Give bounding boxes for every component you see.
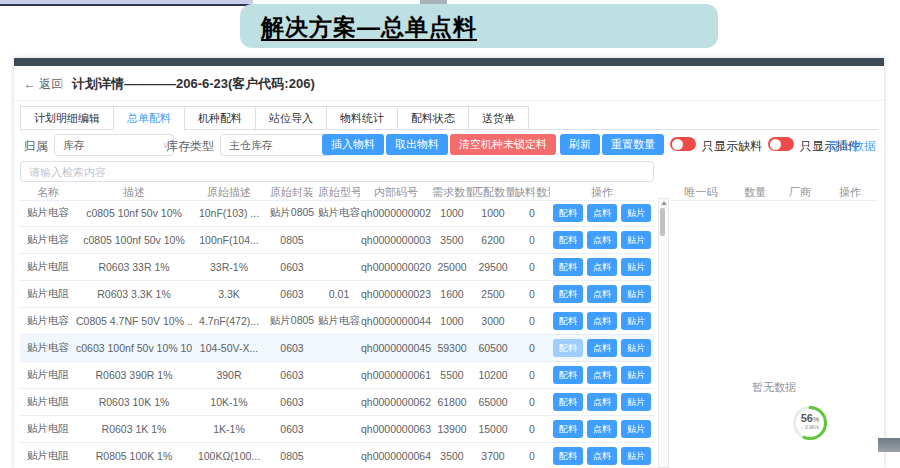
table-row[interactable]: 贴片电阻R0603 1K 1%1K-1%0603qh00000000631390… [20,416,654,443]
tab-2[interactable]: 机种配料 [184,106,255,129]
cell-desc: R0603 3.3K 1% [76,288,192,300]
owner-select[interactable]: 库存 ∨ [54,134,174,156]
cell-orig_pkg: 0603 [266,396,318,408]
row-action-button-1[interactable]: 点料 [587,366,617,384]
table-row[interactable]: 贴片电阻R0603 3.3K 1%3.3K06030.01qh000000002… [20,281,654,308]
row-action-button-2[interactable]: 贴片 [621,285,651,303]
row-actions: 配料点料贴片 [550,285,654,303]
tab-6[interactable]: 送货单 [468,106,529,129]
cell-orig_pkg: 0603 [266,261,318,273]
column-header: 原始描述 [192,185,266,200]
row-action-button-1[interactable]: 点料 [587,231,617,249]
owner-label: 归属 [24,138,48,155]
cell-name: 贴片电容 [20,206,76,220]
tab-3[interactable]: 站位导入 [255,106,326,129]
row-action-button-0[interactable]: 配料 [553,258,583,276]
search-input[interactable] [21,163,669,182]
row-action-button-0[interactable]: 配料 [553,393,583,411]
slide-title: 解决方案—总单点料 [261,12,477,43]
row-action-button-2[interactable]: 贴片 [621,258,651,276]
progress-percent: 56% [791,412,829,424]
network-speed: ↓ 0.9K/s [798,425,822,431]
row-action-button-2[interactable]: 贴片 [621,366,651,384]
tab-1[interactable]: 总单配料 [113,106,184,129]
row-action-button-1[interactable]: 点料 [587,312,617,330]
row-action-button-1[interactable]: 点料 [587,285,617,303]
row-action-button-0[interactable]: 配料 [553,285,583,303]
clear-unlocked-button[interactable]: 清空机种未锁定料 [450,134,556,155]
tab-0[interactable]: 计划明细编辑 [20,106,113,129]
cell-code: qh0000000064 [360,450,432,462]
row-action-button-1[interactable]: 点料 [587,258,617,276]
table-row[interactable]: 贴片电阻R0603 390R 1%390R0603qh0000000061550… [20,362,654,389]
progress-widget[interactable]: 56% ↓ 0.9K/s [791,404,829,442]
row-actions: 配料点料贴片 [550,420,654,438]
cell-matched: 15000 [472,423,514,435]
cell-orig_desc: 104-50V-X... [192,342,266,354]
breadcrumb: ← 返回 | 计划详情————206-6-23(客户代码:206) [14,66,884,101]
table-row[interactable]: 贴片电容c0805 10nf 50v 10%10nF(103) ...贴片080… [20,200,654,227]
row-action-button-0[interactable]: 配料 [553,420,583,438]
table-row[interactable]: 贴片电容c0805 100nf 50v 10%100nF(104...0805q… [20,227,654,254]
vertical-scrollbar[interactable] [658,198,669,468]
row-action-button-2[interactable]: 贴片 [621,447,651,465]
table-row[interactable]: 贴片电阻R0603 33R 1%33R-1%0603qh000000002025… [20,254,654,281]
row-action-button-0[interactable]: 配料 [553,447,583,465]
cell-orig_desc: 10nF(103) ... [192,207,266,219]
row-action-button-0[interactable]: 配料 [553,339,583,357]
row-actions: 配料点料贴片 [550,366,654,384]
scrollbar-up-icon[interactable] [661,201,667,205]
row-action-button-1[interactable]: 点料 [587,339,617,357]
cell-orig_pkg: 0603 [266,423,318,435]
cell-demand: 3500 [432,450,472,462]
column-header: 操作 [550,185,654,200]
row-action-button-1[interactable]: 点料 [587,420,617,438]
cell-desc: c0603 100nf 50v 10% 104 [76,342,192,354]
refresh-button[interactable]: 刷新 [560,134,600,155]
takeout-material-button[interactable]: 取出物料 [386,134,448,155]
cell-orig_desc: 100nF(104... [192,234,266,246]
row-action-button-1[interactable]: 点料 [587,447,617,465]
row-action-button-2[interactable]: 贴片 [621,393,651,411]
row-action-button-0[interactable]: 配料 [553,366,583,384]
insert-material-button[interactable]: 插入物料 [322,134,384,155]
row-action-button-2[interactable]: 贴片 [621,231,651,249]
row-action-button-2[interactable]: 贴片 [621,420,651,438]
tab-4[interactable]: 物料统计 [326,106,397,129]
scrollbar-thumb[interactable] [660,208,665,236]
only-plugin-toggle[interactable] [768,137,794,151]
cell-name: 贴片电阻 [20,368,76,382]
cell-name: 贴片电阻 [20,260,76,274]
row-action-button-2[interactable]: 贴片 [621,339,651,357]
row-action-button-2[interactable]: 贴片 [621,204,651,222]
table-row[interactable]: 贴片电容c0603 100nf 50v 10% 104104-50V-X...0… [20,335,654,362]
row-action-button-0[interactable]: 配料 [553,204,583,222]
row-action-button-0[interactable]: 配料 [553,231,583,249]
cell-matched: 3700 [472,450,514,462]
app-window: ← 返回 | 计划详情————206-6-23(客户代码:206) 计划明细编辑… [14,58,884,468]
tab-5[interactable]: 配料状态 [397,106,468,129]
table-row[interactable]: 贴片电阻R0603 10K 1%10K-1%0603qh000000006261… [20,389,654,416]
column-header: 匹配数量 [472,185,514,200]
cell-name: 贴片电容 [20,314,76,328]
cell-orig_pkg: 0603 [266,342,318,354]
export-data-link[interactable]: 导出数据 [828,138,876,155]
only-shortage-toggle[interactable] [670,137,696,151]
window-top-bar [14,58,884,66]
reset-quantity-button[interactable]: 重置数量 [602,134,664,155]
top-left-decor-strip [0,0,253,6]
row-action-button-1[interactable]: 点料 [587,393,617,411]
cell-orig_model: 贴片电容 [318,206,360,220]
right-panel-header: 唯一码数量厂商操作 [670,185,878,201]
table-row[interactable]: 贴片电容C0805 4.7NF 50V 10% ...4.7nF(472)...… [20,308,654,335]
back-button[interactable]: ← 返回 [24,76,63,93]
cell-shortage: 0 [514,342,550,354]
row-action-button-0[interactable]: 配料 [553,312,583,330]
cell-desc: c0805 100nf 50v 10% [76,234,192,246]
toolbar: 归属 库存 ∨ 库存类型 主仓库存 ∨ 插入物料 取出物料 清空机种未锁定料 刷… [14,132,884,158]
cell-demand: 61800 [432,396,472,408]
table-row[interactable]: 贴片电阻R0805 100K 1%100KΩ(100...0805qh00000… [20,443,654,468]
row-action-button-1[interactable]: 点料 [587,204,617,222]
stock-type-select[interactable]: 主仓库存 ∨ [220,134,334,156]
row-action-button-2[interactable]: 贴片 [621,312,651,330]
